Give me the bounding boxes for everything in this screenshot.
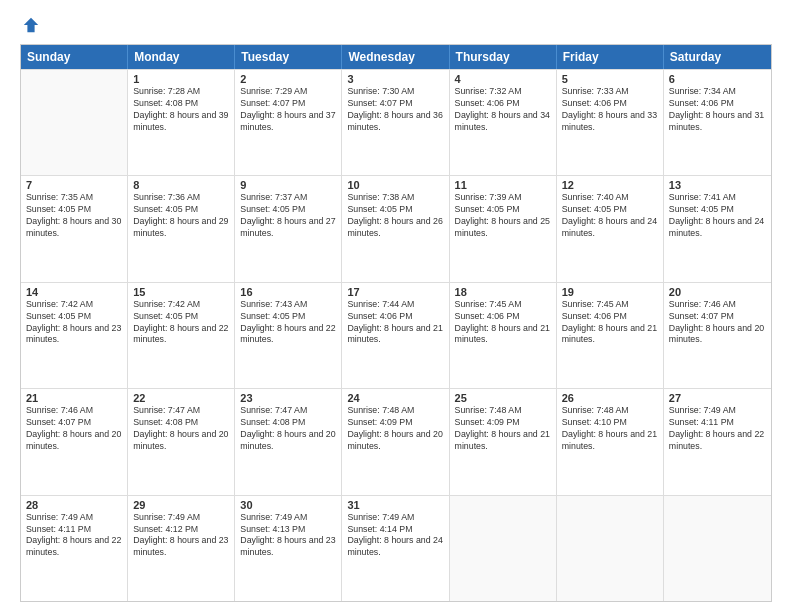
day-cell-24: 24Sunrise: 7:48 AM Sunset: 4:09 PM Dayli… xyxy=(342,389,449,494)
cell-info: Sunrise: 7:47 AM Sunset: 4:08 PM Dayligh… xyxy=(240,405,336,453)
cell-info: Sunrise: 7:48 AM Sunset: 4:09 PM Dayligh… xyxy=(347,405,443,453)
cell-info: Sunrise: 7:34 AM Sunset: 4:06 PM Dayligh… xyxy=(669,86,766,134)
day-cell-25: 25Sunrise: 7:48 AM Sunset: 4:09 PM Dayli… xyxy=(450,389,557,494)
day-number: 1 xyxy=(133,73,229,85)
day-number: 23 xyxy=(240,392,336,404)
day-cell-11: 11Sunrise: 7:39 AM Sunset: 4:05 PM Dayli… xyxy=(450,176,557,281)
header-day-monday: Monday xyxy=(128,45,235,69)
cell-info: Sunrise: 7:30 AM Sunset: 4:07 PM Dayligh… xyxy=(347,86,443,134)
cell-info: Sunrise: 7:42 AM Sunset: 4:05 PM Dayligh… xyxy=(26,299,122,347)
day-number: 14 xyxy=(26,286,122,298)
day-number: 21 xyxy=(26,392,122,404)
cell-info: Sunrise: 7:44 AM Sunset: 4:06 PM Dayligh… xyxy=(347,299,443,347)
day-number: 3 xyxy=(347,73,443,85)
day-number: 24 xyxy=(347,392,443,404)
day-cell-12: 12Sunrise: 7:40 AM Sunset: 4:05 PM Dayli… xyxy=(557,176,664,281)
header-day-saturday: Saturday xyxy=(664,45,771,69)
cell-info: Sunrise: 7:38 AM Sunset: 4:05 PM Dayligh… xyxy=(347,192,443,240)
cell-info: Sunrise: 7:28 AM Sunset: 4:08 PM Dayligh… xyxy=(133,86,229,134)
header-day-tuesday: Tuesday xyxy=(235,45,342,69)
day-cell-16: 16Sunrise: 7:43 AM Sunset: 4:05 PM Dayli… xyxy=(235,283,342,388)
day-cell-31: 31Sunrise: 7:49 AM Sunset: 4:14 PM Dayli… xyxy=(342,496,449,601)
calendar-row-4: 21Sunrise: 7:46 AM Sunset: 4:07 PM Dayli… xyxy=(21,388,771,494)
day-number: 15 xyxy=(133,286,229,298)
cell-info: Sunrise: 7:49 AM Sunset: 4:13 PM Dayligh… xyxy=(240,512,336,560)
calendar-row-2: 7Sunrise: 7:35 AM Sunset: 4:05 PM Daylig… xyxy=(21,175,771,281)
day-number: 13 xyxy=(669,179,766,191)
cell-info: Sunrise: 7:37 AM Sunset: 4:05 PM Dayligh… xyxy=(240,192,336,240)
cell-info: Sunrise: 7:46 AM Sunset: 4:07 PM Dayligh… xyxy=(26,405,122,453)
cell-info: Sunrise: 7:42 AM Sunset: 4:05 PM Dayligh… xyxy=(133,299,229,347)
day-number: 5 xyxy=(562,73,658,85)
day-cell-1: 1Sunrise: 7:28 AM Sunset: 4:08 PM Daylig… xyxy=(128,70,235,175)
cell-info: Sunrise: 7:47 AM Sunset: 4:08 PM Dayligh… xyxy=(133,405,229,453)
day-number: 7 xyxy=(26,179,122,191)
cell-info: Sunrise: 7:36 AM Sunset: 4:05 PM Dayligh… xyxy=(133,192,229,240)
empty-cell xyxy=(557,496,664,601)
day-number: 29 xyxy=(133,499,229,511)
day-cell-30: 30Sunrise: 7:49 AM Sunset: 4:13 PM Dayli… xyxy=(235,496,342,601)
day-cell-8: 8Sunrise: 7:36 AM Sunset: 4:05 PM Daylig… xyxy=(128,176,235,281)
day-number: 28 xyxy=(26,499,122,511)
day-number: 19 xyxy=(562,286,658,298)
header xyxy=(20,16,772,34)
day-cell-26: 26Sunrise: 7:48 AM Sunset: 4:10 PM Dayli… xyxy=(557,389,664,494)
day-number: 27 xyxy=(669,392,766,404)
day-cell-2: 2Sunrise: 7:29 AM Sunset: 4:07 PM Daylig… xyxy=(235,70,342,175)
day-number: 6 xyxy=(669,73,766,85)
page: SundayMondayTuesdayWednesdayThursdayFrid… xyxy=(0,0,792,612)
empty-cell xyxy=(21,70,128,175)
cell-info: Sunrise: 7:48 AM Sunset: 4:10 PM Dayligh… xyxy=(562,405,658,453)
day-number: 26 xyxy=(562,392,658,404)
day-cell-6: 6Sunrise: 7:34 AM Sunset: 4:06 PM Daylig… xyxy=(664,70,771,175)
cell-info: Sunrise: 7:43 AM Sunset: 4:05 PM Dayligh… xyxy=(240,299,336,347)
day-cell-28: 28Sunrise: 7:49 AM Sunset: 4:11 PM Dayli… xyxy=(21,496,128,601)
day-number: 18 xyxy=(455,286,551,298)
cell-info: Sunrise: 7:45 AM Sunset: 4:06 PM Dayligh… xyxy=(562,299,658,347)
cell-info: Sunrise: 7:32 AM Sunset: 4:06 PM Dayligh… xyxy=(455,86,551,134)
day-number: 16 xyxy=(240,286,336,298)
cell-info: Sunrise: 7:48 AM Sunset: 4:09 PM Dayligh… xyxy=(455,405,551,453)
day-cell-19: 19Sunrise: 7:45 AM Sunset: 4:06 PM Dayli… xyxy=(557,283,664,388)
day-cell-7: 7Sunrise: 7:35 AM Sunset: 4:05 PM Daylig… xyxy=(21,176,128,281)
cell-info: Sunrise: 7:46 AM Sunset: 4:07 PM Dayligh… xyxy=(669,299,766,347)
cell-info: Sunrise: 7:39 AM Sunset: 4:05 PM Dayligh… xyxy=(455,192,551,240)
cell-info: Sunrise: 7:45 AM Sunset: 4:06 PM Dayligh… xyxy=(455,299,551,347)
empty-cell xyxy=(450,496,557,601)
calendar-row-5: 28Sunrise: 7:49 AM Sunset: 4:11 PM Dayli… xyxy=(21,495,771,601)
day-cell-9: 9Sunrise: 7:37 AM Sunset: 4:05 PM Daylig… xyxy=(235,176,342,281)
cell-info: Sunrise: 7:35 AM Sunset: 4:05 PM Dayligh… xyxy=(26,192,122,240)
calendar-header: SundayMondayTuesdayWednesdayThursdayFrid… xyxy=(21,45,771,69)
day-cell-22: 22Sunrise: 7:47 AM Sunset: 4:08 PM Dayli… xyxy=(128,389,235,494)
day-cell-10: 10Sunrise: 7:38 AM Sunset: 4:05 PM Dayli… xyxy=(342,176,449,281)
day-cell-27: 27Sunrise: 7:49 AM Sunset: 4:11 PM Dayli… xyxy=(664,389,771,494)
day-number: 30 xyxy=(240,499,336,511)
day-number: 17 xyxy=(347,286,443,298)
day-number: 2 xyxy=(240,73,336,85)
empty-cell xyxy=(664,496,771,601)
calendar-body: 1Sunrise: 7:28 AM Sunset: 4:08 PM Daylig… xyxy=(21,69,771,601)
logo-icon xyxy=(22,16,40,34)
header-day-sunday: Sunday xyxy=(21,45,128,69)
day-cell-4: 4Sunrise: 7:32 AM Sunset: 4:06 PM Daylig… xyxy=(450,70,557,175)
calendar-row-1: 1Sunrise: 7:28 AM Sunset: 4:08 PM Daylig… xyxy=(21,69,771,175)
day-number: 4 xyxy=(455,73,551,85)
header-day-wednesday: Wednesday xyxy=(342,45,449,69)
day-number: 11 xyxy=(455,179,551,191)
day-cell-20: 20Sunrise: 7:46 AM Sunset: 4:07 PM Dayli… xyxy=(664,283,771,388)
cell-info: Sunrise: 7:33 AM Sunset: 4:06 PM Dayligh… xyxy=(562,86,658,134)
cell-info: Sunrise: 7:49 AM Sunset: 4:14 PM Dayligh… xyxy=(347,512,443,560)
cell-info: Sunrise: 7:49 AM Sunset: 4:11 PM Dayligh… xyxy=(26,512,122,560)
day-number: 9 xyxy=(240,179,336,191)
day-number: 12 xyxy=(562,179,658,191)
day-number: 8 xyxy=(133,179,229,191)
day-number: 25 xyxy=(455,392,551,404)
cell-info: Sunrise: 7:49 AM Sunset: 4:11 PM Dayligh… xyxy=(669,405,766,453)
day-cell-13: 13Sunrise: 7:41 AM Sunset: 4:05 PM Dayli… xyxy=(664,176,771,281)
header-day-friday: Friday xyxy=(557,45,664,69)
day-number: 31 xyxy=(347,499,443,511)
cell-info: Sunrise: 7:40 AM Sunset: 4:05 PM Dayligh… xyxy=(562,192,658,240)
day-cell-15: 15Sunrise: 7:42 AM Sunset: 4:05 PM Dayli… xyxy=(128,283,235,388)
day-cell-17: 17Sunrise: 7:44 AM Sunset: 4:06 PM Dayli… xyxy=(342,283,449,388)
day-number: 10 xyxy=(347,179,443,191)
